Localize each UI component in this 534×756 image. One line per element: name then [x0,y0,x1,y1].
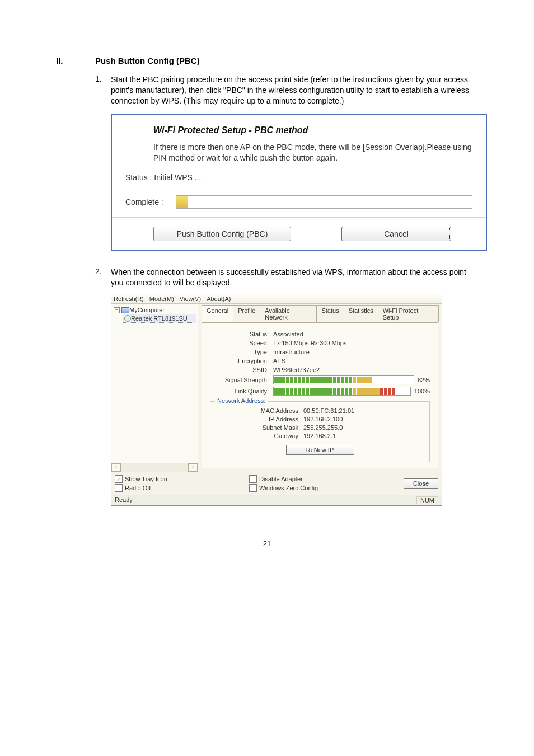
type-label: Type: [210,349,269,355]
wps-status-text: Status : Initial WPS ... [125,173,472,182]
link-quality-value: 100% [414,388,430,395]
tab-status[interactable]: Status [316,305,344,322]
status-ready: Ready [115,496,133,504]
bottom-options-bar: ✓Show Tray Icon Radio Off Disable Adapte… [111,472,442,495]
ssid-label: SSID: [210,367,269,373]
checkbox-icon [249,484,257,492]
mac-value: 00:50:FC:61:21:01 [303,407,354,414]
step-text: When the connection between is successfu… [111,267,478,288]
progress-fill [176,196,188,208]
status-label: Status: [210,331,269,337]
renew-ip-button[interactable]: ReNew IP [286,445,354,455]
page-number: 21 [56,539,478,548]
section-title: Push Button Config (PBC) [95,56,200,65]
status-value: Associated [273,331,430,337]
subnet-value: 255.255.255.0 [303,424,343,431]
scroll-right-icon[interactable]: › [188,463,198,472]
tab-wps[interactable]: Wi-Fi Protect Setup [378,305,439,322]
link-quality-label: Link Quality: [210,388,269,395]
tab-available-network[interactable]: Available Network [260,305,317,322]
section-number: II. [56,56,95,65]
step-number: 1. [95,74,111,106]
ip-value: 192.168.2.100 [303,416,343,422]
menu-mode[interactable]: Mode(M) [149,295,174,302]
tab-statistics[interactable]: Statistics [344,305,378,322]
mac-label: MAC Address: [216,407,300,414]
wps-pbc-dialog: Wi-Fi Protected Setup - PBC method If th… [111,114,487,252]
complete-label: Complete : [125,198,176,206]
tree-adapter-label: Realtek RTL8191SU [131,315,188,322]
encryption-label: Encryption: [210,358,269,364]
encryption-value: AES [273,358,430,364]
step-number: 2. [95,267,111,288]
menubar: Refresh(R) Mode(M) View(V) About(A) [111,294,442,304]
computer-icon [121,307,129,313]
type-value: Infrastructure [273,349,430,355]
dialog-description: If there is more then one AP on the PBC … [153,142,472,163]
collapse-icon[interactable]: − [114,307,120,313]
tab-strip: General Profile Available Network Status… [202,305,438,323]
close-button[interactable]: Close [404,478,438,489]
disable-adapter-checkbox[interactable]: Disable Adapter [249,475,361,483]
wzc-label: Windows Zero Config [259,485,318,491]
statusbar: Ready NUM [111,495,442,505]
checkbox-icon [115,484,123,492]
cancel-button[interactable]: Cancel [341,227,451,241]
disable-adapter-label: Disable Adapter [259,476,303,482]
device-tree: − MyComputer Realtek RTL8191SU ‹ › [111,304,198,472]
general-tab-body: Status:Associated Speed:Tx:150 Mbps Rx:3… [202,323,438,468]
menu-refresh[interactable]: Refresh(R) [114,295,144,302]
menu-about[interactable]: About(A) [207,295,231,302]
status-numlock: NUM [416,496,438,504]
checkbox-icon: ✓ [115,475,123,483]
signal-strength-bar [273,375,414,384]
checkbox-icon [249,475,257,483]
tree-root-label: MyComputer [129,307,165,313]
network-address-legend: Network Address: [215,397,268,404]
tree-horizontal-scrollbar[interactable]: ‹ › [111,463,198,472]
signal-strength-label: Signal Strength: [210,377,269,383]
speed-value: Tx:150 Mbps Rx:300 Mbps [273,340,430,346]
menu-view[interactable]: View(V) [180,295,201,302]
tab-profile[interactable]: Profile [233,305,260,322]
gateway-label: Gateway: [216,433,300,439]
step-text: Start the PBC pairing procedure on the a… [111,74,478,106]
subnet-label: Subnet Mask: [216,424,300,431]
signal-strength-value: 82% [418,377,430,383]
ssid-value: WPS6fed737ee2 [273,367,430,373]
tree-root[interactable]: − MyComputer [113,306,196,314]
tab-general[interactable]: General [202,305,233,322]
link-quality-bar [273,387,411,396]
radio-off-checkbox[interactable]: Radio Off [115,484,199,492]
wireless-utility-window: Refresh(R) Mode(M) View(V) About(A) − My… [111,294,442,506]
show-tray-label: Show Tray Icon [125,476,167,482]
ip-label: IP Address: [216,416,300,422]
tree-adapter[interactable]: Realtek RTL8191SU [123,314,196,323]
scroll-left-icon[interactable]: ‹ [111,463,121,472]
dialog-title: Wi-Fi Protected Setup - PBC method [153,125,472,135]
complete-progressbar [176,195,472,209]
network-address-group: Network Address: MAC Address:00:50:FC:61… [210,401,430,462]
speed-label: Speed: [210,340,269,346]
wifi-adapter-icon [124,315,131,322]
divider [112,217,486,218]
gateway-value: 192.168.2.1 [303,433,336,439]
radio-off-label: Radio Off [125,485,151,491]
wzc-checkbox[interactable]: Windows Zero Config [249,484,361,492]
show-tray-checkbox[interactable]: ✓Show Tray Icon [115,475,199,483]
pbc-button[interactable]: Push Button Config (PBC) [153,227,291,241]
